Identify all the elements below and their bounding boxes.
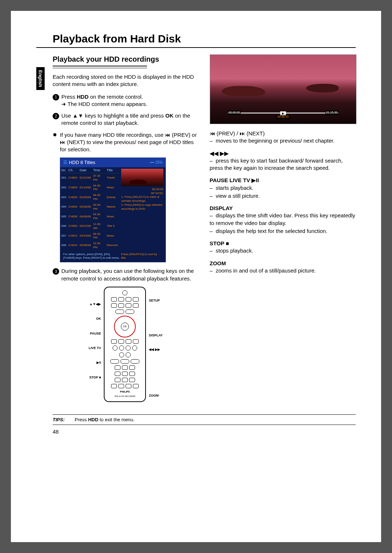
prevnext-body: – moves to the beginning or previous/ ne… <box>210 137 356 144</box>
step1-hdd: HDD <box>77 94 89 100</box>
content-columns: Playback your HDD recordings Each record… <box>36 54 356 406</box>
pause-line-2: – view a still picture. <box>210 192 356 200</box>
power-icon <box>122 290 127 295</box>
hdd-hint-1: 1. Press [SELECT] to mark or unmark reco… <box>121 195 163 203</box>
label-display: DISPLAY <box>149 333 163 337</box>
func-scan: ◀◀ ▶▶ – press this key to start fast bac… <box>210 150 356 172</box>
col-no: No <box>60 167 67 173</box>
next-icon: ⏭ <box>60 139 65 145</box>
tips-label: TIPS: <box>53 417 65 422</box>
tv-time-start: 00.00.00 <box>228 110 241 115</box>
step-3: 3 During playback, you can use the follo… <box>53 267 199 282</box>
hdd-header: ☰ HDD 8 Titles ━━ 25% <box>60 158 166 167</box>
right-column: 00.00.00 01.15.30 ▶ 00.30.15 ⏮ (PREV) / … <box>210 54 356 406</box>
stop-header: STOP ■ <box>210 240 356 247</box>
hdd-hint-2: 2. Press [HDD] to copy selected recordin… <box>121 203 163 211</box>
tips-hdd: HDD <box>88 417 98 422</box>
label-scan: ◀◀ ▶▶ <box>149 347 163 352</box>
remote-diagram: ▲▼◀▶ OK PAUSE LIVE TV ▶II STOP ■ <box>53 287 199 402</box>
left-column: Playback your HDD recordings Each record… <box>53 54 199 406</box>
remote-brand: PHILIPS <box>120 390 130 393</box>
label-zoom: ZOOM <box>149 393 163 398</box>
language-tab: English <box>36 67 45 90</box>
tv-preview: 00.00.00 01.15.30 ▶ 00.30.15 <box>210 54 357 124</box>
hdd-table: No Ch. Date Time Title 001CH00101/21/060… <box>60 167 119 251</box>
step-2: 2 Use ▲▼ keys to highlight a title and p… <box>53 112 199 127</box>
bullet-body: If you have many HDD title recordings, u… <box>60 131 199 153</box>
label-setup: SETUP <box>149 298 163 303</box>
cloud-icon <box>222 86 265 96</box>
hdd-thumbnail <box>121 169 163 186</box>
label-pause1: PAUSE <box>89 331 101 336</box>
zoom-line-1: – zooms in and out of a still/paused pic… <box>210 267 356 274</box>
hdd-preview: 00:20:20 SP NTSC 1. Press [SELECT] to ma… <box>119 167 166 251</box>
label-ok: OK <box>89 316 101 321</box>
zoom-header: ZOOM <box>210 260 356 267</box>
section-rule <box>53 66 147 68</box>
prev-label: (PREV) <box>172 132 191 138</box>
remote-body: PHILIPS HDD & DVD RECORDER <box>104 287 146 402</box>
tips-bar: TIPS: Press HDD to exit the menu. <box>53 414 356 425</box>
step2-text-a: Use ▲▼ keys to highlight a title and pre… <box>61 112 166 119</box>
label-nav: ▲▼◀▶ <box>89 302 101 306</box>
func-display: DISPLAY – displays the time shift video … <box>210 205 356 235</box>
display-line-1: – displays the time shift video bar. Pre… <box>210 212 356 227</box>
bullet-text-b: or <box>190 132 197 138</box>
title-rule <box>36 47 356 48</box>
prevnext-header: ⏮ (PREV) / ⏭ (NEXT) <box>210 130 356 137</box>
page-number: 48 <box>53 429 356 435</box>
hdd-menu-screenshot: ☰ HDD 8 Titles ━━ 25% No Ch. Date Time T… <box>60 157 166 262</box>
step2-ok: OK <box>166 112 174 119</box>
tips-text-c: to exit the menu. <box>98 417 135 422</box>
tv-time-end: 01.15.30 <box>325 110 339 115</box>
hdd-footer-left: For other options, press [DVD], [DV], [T… <box>63 253 121 261</box>
display-header: DISPLAY <box>210 205 356 212</box>
prev-icon: ⏮ <box>165 132 170 138</box>
step-2-body: Use ▲▼ keys to highlight a title and pre… <box>61 112 199 127</box>
col-ch: Ch. <box>67 167 78 173</box>
page-title: Playback from Hard Disk <box>36 33 356 45</box>
col-time: Time <box>92 167 106 173</box>
next-label: (NEXT) <box>67 139 85 145</box>
pause-line-1: – starts playback. <box>210 184 356 192</box>
step-number-2: 2 <box>53 113 59 119</box>
scan-header: ◀◀ ▶▶ <box>210 150 356 157</box>
label-stop: STOP ■ <box>89 375 101 380</box>
hdd-footer-right: Press [SHUFFLE] to sort by title. <box>121 253 163 261</box>
hdd-percent: ━━ 25% <box>150 160 163 165</box>
step1-text-c: on the remote control. <box>89 94 143 100</box>
stop-line-1: – stops playback. <box>210 247 356 254</box>
nav-ring <box>114 316 136 337</box>
step1-text-a: Press <box>61 94 77 100</box>
func-prevnext: ⏮ (PREV) / ⏭ (NEXT) – moves to the begin… <box>210 130 356 145</box>
label-pause3: ▶II <box>89 360 101 365</box>
cloud-icon <box>306 84 339 93</box>
intro-paragraph: Each recording stored on the HDD is disp… <box>53 73 199 88</box>
col-date: Date <box>78 167 92 173</box>
hdd-meta: 00:20:20 SP NTSC <box>121 188 163 196</box>
note-bullet: ● If you have many HDD title recordings,… <box>53 131 199 153</box>
remote-brand-sub: HDD & DVD RECORDER <box>114 395 135 398</box>
tv-time-current: 00.30.15 <box>276 115 290 119</box>
pause-header: PAUSE LIVE TV ▶II <box>210 177 356 184</box>
remote-labels-left: ▲▼◀▶ OK PAUSE LIVE TV ▶II STOP ■ <box>89 287 101 402</box>
func-stop: STOP ■ – stops playback. <box>210 240 356 255</box>
tips-text-a: Press <box>75 417 88 422</box>
label-pause2: LIVE TV <box>89 346 101 350</box>
scan-body: – press this key to start fast backward/… <box>210 157 356 172</box>
step-3-body: During playback, you can use the followi… <box>61 267 199 282</box>
step-number-3: 3 <box>53 268 59 275</box>
hdd-title: ☰ HDD 8 Titles <box>63 159 95 166</box>
step-1: 1 Press HDD on the remote control. The H… <box>53 93 199 108</box>
hdd-footer: For other options, press [DVD], [DV], [T… <box>60 251 166 262</box>
hdd-body: No Ch. Date Time Title 001CH00101/21/060… <box>60 167 166 251</box>
func-zoom: ZOOM – zooms in and out of a still/pause… <box>210 260 356 275</box>
col-title: Title <box>106 167 119 173</box>
func-pause: PAUSE LIVE TV ▶II – starts playback. – v… <box>210 177 356 200</box>
display-line-2: – displays the help text for the selecte… <box>210 228 356 235</box>
manual-page: English Playback from Hard Disk Playback… <box>11 11 381 542</box>
step1-result: The HDD content menu appears. <box>61 101 199 108</box>
step-1-body: Press HDD on the remote control. The HDD… <box>61 93 199 108</box>
bullet-icon: ● <box>53 131 57 153</box>
step-number-1: 1 <box>53 94 59 101</box>
